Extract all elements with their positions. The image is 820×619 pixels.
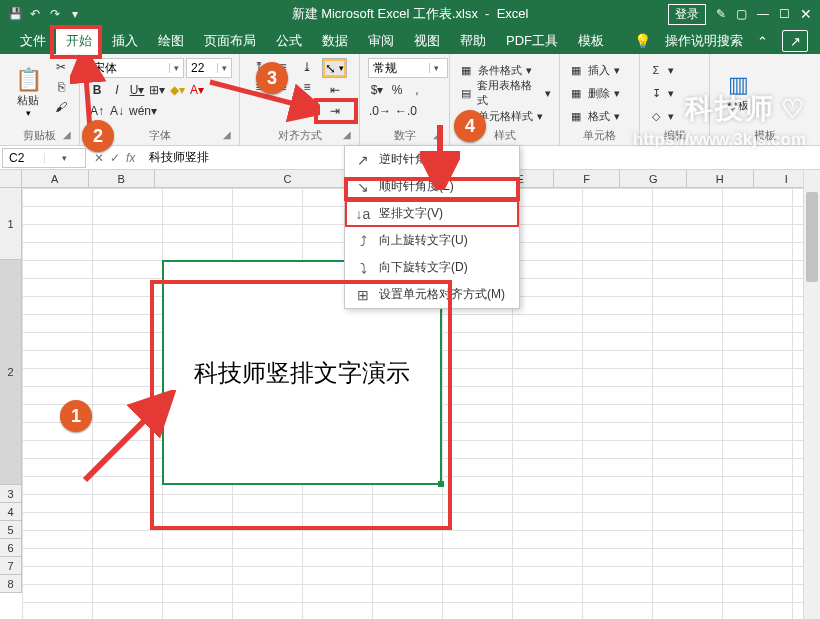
clear-button[interactable]: ◇▾ <box>648 106 701 126</box>
row-header-6[interactable]: 6 <box>0 539 21 557</box>
orientation-option[interactable]: ⤴向上旋转文字(U) <box>345 227 519 254</box>
chevron-down-icon[interactable]: ▾ <box>44 153 86 163</box>
row-header-7[interactable]: 7 <box>0 557 21 575</box>
italic-icon[interactable]: I <box>108 81 126 99</box>
font-name-input[interactable] <box>89 61 169 75</box>
comma-icon[interactable]: , <box>408 81 426 99</box>
collapse-ribbon-icon[interactable]: ⌃ <box>757 34 768 49</box>
row-header-2[interactable]: 2 <box>0 260 21 485</box>
select-all-button[interactable] <box>0 170 22 188</box>
column-header-A[interactable]: A <box>22 170 89 187</box>
decrease-indent-icon[interactable]: ⇤ <box>326 81 344 99</box>
pencil-icon[interactable]: ✎ <box>716 7 726 21</box>
tell-me-search[interactable]: 操作说明搜索 <box>665 32 743 50</box>
group-alignment: ⤒ ≡ ⤓ ≡ ≡ ≡ ⤡ ▾ ⇤ ⇥ 对齐方式◢ <box>240 54 360 145</box>
tab-view[interactable]: 视图 <box>404 28 450 54</box>
format-cells-button[interactable]: ▦格式▾ <box>568 106 631 126</box>
fill-button[interactable]: ↧▾ <box>648 83 701 103</box>
column-header-F[interactable]: F <box>554 170 621 187</box>
format-painter-icon[interactable]: 🖌 <box>52 98 70 116</box>
tab-insert[interactable]: 插入 <box>102 28 148 54</box>
orientation-option[interactable]: ↓a竖排文字(V) <box>345 200 519 227</box>
increase-font-icon[interactable]: A↑ <box>88 102 106 120</box>
increase-indent-icon[interactable]: ⇥ <box>326 102 344 120</box>
dialog-launcher-icon[interactable]: ◢ <box>343 129 351 140</box>
chevron-down-icon[interactable]: ▾ <box>217 63 231 73</box>
tab-data[interactable]: 数据 <box>312 28 358 54</box>
decrease-decimal-icon[interactable]: ←.0 <box>394 102 418 120</box>
chevron-down-icon[interactable]: ▾ <box>429 63 443 73</box>
row-header-4[interactable]: 4 <box>0 503 21 521</box>
delete-cells-button[interactable]: ▦删除▾ <box>568 83 631 103</box>
chevron-down-icon[interactable]: ▾ <box>169 63 183 73</box>
name-box[interactable]: C2 ▾ <box>2 148 86 168</box>
maximize-icon[interactable]: ☐ <box>779 7 790 21</box>
format-as-table-button[interactable]: ▤套用表格格式▾ <box>458 83 551 103</box>
orientation-option[interactable]: ⤵向下旋转文字(D) <box>345 254 519 281</box>
font-size-input[interactable] <box>187 61 217 75</box>
dialog-launcher-icon[interactable]: ◢ <box>223 129 231 140</box>
orientation-option[interactable]: ↘顺时针角度(L) <box>345 173 519 200</box>
row-header-1[interactable]: 1 <box>0 188 21 260</box>
vertical-scrollbar[interactable] <box>803 170 820 619</box>
share-icon[interactable]: ↗ <box>782 30 808 52</box>
orientation-button[interactable]: ⤡ ▾ <box>322 58 347 78</box>
row-header-3[interactable]: 3 <box>0 485 21 503</box>
tab-template[interactable]: 模板 <box>568 28 614 54</box>
number-format-input[interactable] <box>369 61 429 75</box>
scrollbar-thumb[interactable] <box>806 192 818 282</box>
border-icon[interactable]: ⊞▾ <box>148 81 166 99</box>
qat-customize-icon[interactable]: ▾ <box>68 7 82 21</box>
close-icon[interactable]: ✕ <box>800 6 812 22</box>
ribbon-display-icon[interactable]: ▢ <box>736 7 747 21</box>
template-button[interactable]: ▥ 模板 <box>718 58 758 126</box>
decrease-font-icon[interactable]: A↓ <box>108 102 126 120</box>
row-header-8[interactable]: 8 <box>0 575 21 593</box>
tab-draw[interactable]: 绘图 <box>148 28 194 54</box>
underline-icon[interactable]: U▾ <box>128 81 146 99</box>
column-header-B[interactable]: B <box>89 170 156 187</box>
tab-review[interactable]: 审阅 <box>358 28 404 54</box>
fill-handle[interactable] <box>438 481 444 487</box>
column-header-H[interactable]: H <box>687 170 754 187</box>
tab-help[interactable]: 帮助 <box>450 28 496 54</box>
row-headers[interactable]: 12345678 <box>0 188 22 593</box>
insert-cells-button[interactable]: ▦插入▾ <box>568 60 631 80</box>
increase-decimal-icon[interactable]: .0→ <box>368 102 392 120</box>
accounting-icon[interactable]: $▾ <box>368 81 386 99</box>
font-color-icon[interactable]: A▾ <box>188 81 206 99</box>
font-name-combo[interactable]: ▾ <box>88 58 184 78</box>
percent-icon[interactable]: % <box>388 81 406 99</box>
save-icon[interactable]: 💾 <box>8 7 22 21</box>
tab-pdf[interactable]: PDF工具 <box>496 28 568 54</box>
tab-home[interactable]: 开始 <box>56 28 102 54</box>
cancel-icon[interactable]: ✕ <box>94 151 104 165</box>
login-button[interactable]: 登录 <box>668 4 706 25</box>
number-format-combo[interactable]: ▾ <box>368 58 448 78</box>
copy-icon[interactable]: ⎘ <box>52 78 70 96</box>
minimize-icon[interactable]: — <box>757 7 769 21</box>
enter-icon[interactable]: ✓ <box>110 151 120 165</box>
orientation-option[interactable]: ↗逆时针角度(O) <box>345 146 519 173</box>
fill-color-icon[interactable]: ◆▾ <box>168 81 186 99</box>
row-header-5[interactable]: 5 <box>0 521 21 539</box>
tab-page-layout[interactable]: 页面布局 <box>194 28 266 54</box>
bold-icon[interactable]: B <box>88 81 106 99</box>
align-bottom-icon[interactable]: ⤓ <box>296 58 318 76</box>
orientation-option[interactable]: ⊞设置单元格对齐方式(M) <box>345 281 519 308</box>
column-header-G[interactable]: G <box>620 170 687 187</box>
dialog-launcher-icon[interactable]: ◢ <box>63 129 71 140</box>
fx-icon[interactable]: fx <box>126 151 135 165</box>
font-size-combo[interactable]: ▾ <box>186 58 232 78</box>
dialog-launcher-icon[interactable]: ◢ <box>433 129 441 140</box>
tab-formulas[interactable]: 公式 <box>266 28 312 54</box>
tab-file[interactable]: 文件 <box>10 28 56 54</box>
redo-icon[interactable]: ↷ <box>48 7 62 21</box>
undo-icon[interactable]: ↶ <box>28 7 42 21</box>
cut-icon[interactable]: ✂ <box>52 58 70 76</box>
phonetic-icon[interactable]: wén▾ <box>128 102 158 120</box>
autosum-button[interactable]: Σ▾ <box>648 60 701 80</box>
align-right-icon[interactable]: ≡ <box>296 78 318 96</box>
paste-button[interactable]: 📋 粘贴 ▾ <box>8 58 48 126</box>
conditional-format-button[interactable]: ▦条件格式▾ <box>458 60 551 80</box>
